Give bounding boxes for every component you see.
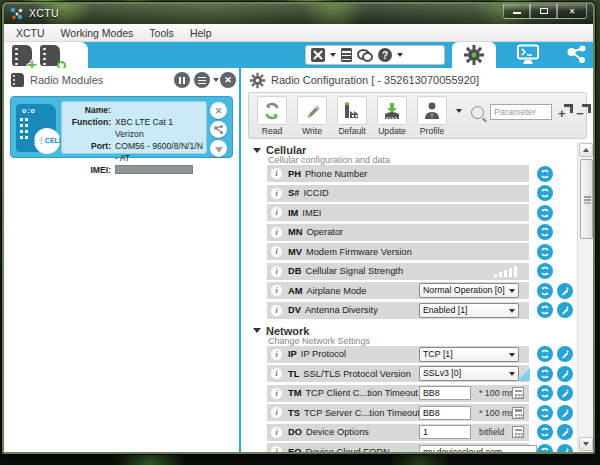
param-row-body[interactable]: iEQDevice Cloud FQDN <box>267 443 529 452</box>
refresh-param-button[interactable] <box>537 263 553 279</box>
scroll-up-button[interactable] <box>579 143 593 157</box>
write-param-button[interactable] <box>557 444 573 453</box>
param-row-body[interactable]: iTSTCP Server C...tion Timeout* 100 ms <box>267 404 529 421</box>
param-select[interactable]: TCP [1] <box>419 347 519 362</box>
expand-sections-button[interactable]: + <box>558 104 573 119</box>
refresh-param-button[interactable] <box>537 205 553 221</box>
info-icon[interactable]: i <box>271 207 282 218</box>
param-row-body[interactable]: iMVModem Firmware Version <box>267 243 529 260</box>
refresh-param-button[interactable] <box>537 385 553 401</box>
discover-module-icon[interactable] <box>40 45 60 66</box>
refresh-param-button[interactable] <box>537 366 553 382</box>
tab-console[interactable] <box>506 42 550 68</box>
collapse-arrow-icon[interactable] <box>253 328 261 333</box>
calculator-icon[interactable] <box>512 387 524 399</box>
info-icon[interactable]: i <box>271 446 282 452</box>
write-param-button[interactable] <box>557 302 573 318</box>
param-row-body[interactable]: iDVAntenna DiversityEnabled [1] <box>267 302 529 319</box>
info-icon[interactable]: i <box>271 407 282 418</box>
refresh-param-button[interactable] <box>537 244 553 260</box>
menu-xctu[interactable]: XCTU <box>8 25 53 41</box>
tab-configuration[interactable] <box>452 42 496 68</box>
close-button[interactable]: ✕ <box>557 4 587 19</box>
scroll-down-button[interactable] <box>579 437 593 451</box>
param-select[interactable]: Enabled [1] <box>419 303 519 318</box>
feedback-icon[interactable] <box>357 48 373 62</box>
param-select[interactable]: Normal Operation [0] <box>419 283 519 298</box>
profile-dropdown-caret[interactable] <box>456 109 462 113</box>
info-icon[interactable]: i <box>271 349 282 360</box>
param-input[interactable] <box>419 425 471 439</box>
info-icon[interactable]: i <box>271 246 282 257</box>
tools-dropdown-caret[interactable] <box>330 53 336 57</box>
connect-module-button[interactable] <box>210 121 227 138</box>
param-input[interactable] <box>419 386 471 400</box>
menu-help[interactable]: Help <box>182 25 220 41</box>
default-button[interactable]: Default <box>333 96 371 136</box>
refresh-param-button[interactable] <box>537 346 553 362</box>
info-icon[interactable]: i <box>271 266 282 277</box>
tools-icon[interactable] <box>311 48 325 62</box>
help-dropdown-caret[interactable] <box>397 53 403 57</box>
collapse-arrow-icon[interactable] <box>253 148 261 153</box>
close-panel-button[interactable]: ✕ <box>220 72 236 88</box>
write-param-button[interactable] <box>557 405 573 421</box>
profile-button[interactable]: Profile <box>413 96 451 136</box>
param-input[interactable] <box>419 406 471 420</box>
calculator-icon[interactable] <box>512 407 524 419</box>
param-row-body[interactable]: iIMIMEI <box>267 204 529 221</box>
param-row-body[interactable]: iDBCellular Signal Strength <box>267 263 529 280</box>
remove-module-button[interactable]: ✕ <box>210 102 227 119</box>
param-row-body[interactable]: iS#ICCID <box>267 185 529 202</box>
title-bar[interactable]: XCTU ✕ <box>4 4 593 24</box>
vertical-scrollbar[interactable] <box>577 142 593 452</box>
update-button[interactable]: Update <box>373 96 411 136</box>
refresh-param-button[interactable] <box>537 166 553 182</box>
collapse-sections-button[interactable]: − <box>576 104 591 119</box>
info-icon[interactable]: i <box>271 285 282 296</box>
info-icon[interactable]: i <box>271 427 282 438</box>
maximize-button[interactable] <box>530 4 557 19</box>
write-param-button[interactable] <box>557 366 573 382</box>
refresh-param-button[interactable] <box>537 185 553 201</box>
info-icon[interactable]: i <box>271 388 282 399</box>
minimize-button[interactable] <box>503 4 530 19</box>
calculator-icon[interactable] <box>512 426 524 438</box>
parameter-search-input[interactable] <box>490 104 552 120</box>
refresh-param-button[interactable] <box>537 444 553 453</box>
refresh-param-button[interactable] <box>537 405 553 421</box>
param-row-body[interactable]: iMNOperator <box>267 224 529 241</box>
param-input[interactable] <box>419 445 537 453</box>
write-param-button[interactable] <box>557 424 573 440</box>
param-select[interactable]: SSLv3 [0] <box>419 366 519 381</box>
info-icon[interactable]: i <box>271 227 282 238</box>
param-row-body[interactable]: iDODevice Optionsbitfield <box>267 424 529 441</box>
frames-log-icon[interactable] <box>341 48 352 62</box>
info-icon[interactable]: i <box>271 305 282 316</box>
menu-tools[interactable]: Tools <box>141 25 182 41</box>
param-row-body[interactable]: iTMTCP Client C...tion Timeout* 100 ms <box>267 385 529 402</box>
refresh-param-button[interactable] <box>537 302 553 318</box>
refresh-param-button[interactable] <box>537 283 553 299</box>
sort-dropdown-caret[interactable] <box>213 78 219 82</box>
module-card[interactable]: o:o ⋮⋮CELL Name: Function:XBC LTE Cat 1 … <box>10 96 233 158</box>
write-param-button[interactable] <box>557 283 573 299</box>
toggle-view-button[interactable] <box>174 72 190 88</box>
sort-modules-button[interactable] <box>194 72 210 88</box>
write-button[interactable]: Write <box>293 96 331 136</box>
tab-network[interactable] <box>556 42 595 68</box>
info-icon[interactable]: i <box>271 168 282 179</box>
scrollbar-thumb[interactable] <box>580 159 593 239</box>
write-param-button[interactable] <box>557 346 573 362</box>
param-row-body[interactable]: iIPIP ProtocolTCP [1] <box>267 346 529 363</box>
param-row-body[interactable]: iPHPhone Number <box>267 165 529 182</box>
write-param-button[interactable] <box>557 385 573 401</box>
add-module-icon[interactable]: + <box>12 45 32 66</box>
refresh-param-button[interactable] <box>537 424 553 440</box>
read-button[interactable]: Read <box>253 96 291 136</box>
help-icon[interactable]: ? <box>378 48 392 62</box>
expand-module-button[interactable] <box>210 140 227 157</box>
menu-working-modes[interactable]: Working Modes <box>53 25 142 41</box>
refresh-param-button[interactable] <box>537 224 553 240</box>
param-row-body[interactable]: iAMAirplane ModeNormal Operation [0] <box>267 282 529 299</box>
